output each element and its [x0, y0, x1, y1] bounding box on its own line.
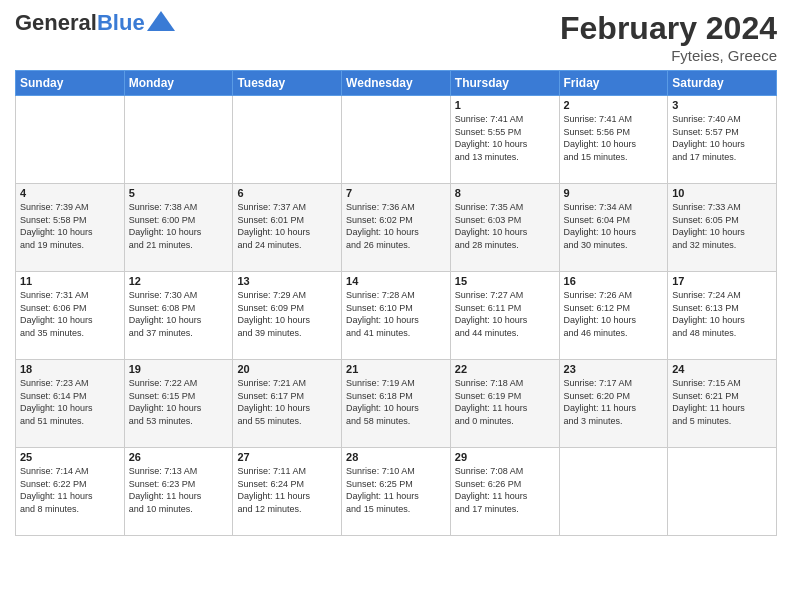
table-row: 23Sunrise: 7:17 AMSunset: 6:20 PMDayligh… [559, 360, 668, 448]
table-row: 13Sunrise: 7:29 AMSunset: 6:09 PMDayligh… [233, 272, 342, 360]
day-info: Sunrise: 7:15 AMSunset: 6:21 PMDaylight:… [672, 377, 772, 427]
table-row: 7Sunrise: 7:36 AMSunset: 6:02 PMDaylight… [342, 184, 451, 272]
day-info: Sunrise: 7:31 AMSunset: 6:06 PMDaylight:… [20, 289, 120, 339]
calendar-page: General Blue February 2024 Fyteies, Gree… [0, 0, 792, 612]
calendar-table: Sunday Monday Tuesday Wednesday Thursday… [15, 70, 777, 536]
day-info: Sunrise: 7:14 AMSunset: 6:22 PMDaylight:… [20, 465, 120, 515]
day-number: 7 [346, 187, 446, 199]
table-row: 18Sunrise: 7:23 AMSunset: 6:14 PMDayligh… [16, 360, 125, 448]
calendar-week-row: 1Sunrise: 7:41 AMSunset: 5:55 PMDaylight… [16, 96, 777, 184]
calendar-week-row: 11Sunrise: 7:31 AMSunset: 6:06 PMDayligh… [16, 272, 777, 360]
table-row: 20Sunrise: 7:21 AMSunset: 6:17 PMDayligh… [233, 360, 342, 448]
table-row: 4Sunrise: 7:39 AMSunset: 5:58 PMDaylight… [16, 184, 125, 272]
table-row: 15Sunrise: 7:27 AMSunset: 6:11 PMDayligh… [450, 272, 559, 360]
day-info: Sunrise: 7:28 AMSunset: 6:10 PMDaylight:… [346, 289, 446, 339]
day-number: 16 [564, 275, 664, 287]
day-number: 29 [455, 451, 555, 463]
table-row: 17Sunrise: 7:24 AMSunset: 6:13 PMDayligh… [668, 272, 777, 360]
day-info: Sunrise: 7:26 AMSunset: 6:12 PMDaylight:… [564, 289, 664, 339]
table-row: 16Sunrise: 7:26 AMSunset: 6:12 PMDayligh… [559, 272, 668, 360]
calendar-subtitle: Fyteies, Greece [560, 47, 777, 64]
table-row: 12Sunrise: 7:30 AMSunset: 6:08 PMDayligh… [124, 272, 233, 360]
table-row: 25Sunrise: 7:14 AMSunset: 6:22 PMDayligh… [16, 448, 125, 536]
table-row: 27Sunrise: 7:11 AMSunset: 6:24 PMDayligh… [233, 448, 342, 536]
table-row: 9Sunrise: 7:34 AMSunset: 6:04 PMDaylight… [559, 184, 668, 272]
day-info: Sunrise: 7:24 AMSunset: 6:13 PMDaylight:… [672, 289, 772, 339]
day-number: 9 [564, 187, 664, 199]
day-info: Sunrise: 7:30 AMSunset: 6:08 PMDaylight:… [129, 289, 229, 339]
col-tuesday: Tuesday [233, 71, 342, 96]
table-row: 5Sunrise: 7:38 AMSunset: 6:00 PMDaylight… [124, 184, 233, 272]
col-friday: Friday [559, 71, 668, 96]
table-row: 1Sunrise: 7:41 AMSunset: 5:55 PMDaylight… [450, 96, 559, 184]
table-row: 21Sunrise: 7:19 AMSunset: 6:18 PMDayligh… [342, 360, 451, 448]
table-row: 6Sunrise: 7:37 AMSunset: 6:01 PMDaylight… [233, 184, 342, 272]
day-info: Sunrise: 7:35 AMSunset: 6:03 PMDaylight:… [455, 201, 555, 251]
table-row: 11Sunrise: 7:31 AMSunset: 6:06 PMDayligh… [16, 272, 125, 360]
day-number: 17 [672, 275, 772, 287]
day-number: 26 [129, 451, 229, 463]
day-info: Sunrise: 7:38 AMSunset: 6:00 PMDaylight:… [129, 201, 229, 251]
day-number: 15 [455, 275, 555, 287]
table-row: 28Sunrise: 7:10 AMSunset: 6:25 PMDayligh… [342, 448, 451, 536]
logo-general: General [15, 10, 97, 36]
day-number: 12 [129, 275, 229, 287]
table-row [559, 448, 668, 536]
day-number: 5 [129, 187, 229, 199]
day-info: Sunrise: 7:10 AMSunset: 6:25 PMDaylight:… [346, 465, 446, 515]
day-number: 20 [237, 363, 337, 375]
logo-icon [147, 11, 175, 31]
svg-marker-0 [147, 11, 175, 31]
table-row [668, 448, 777, 536]
day-info: Sunrise: 7:19 AMSunset: 6:18 PMDaylight:… [346, 377, 446, 427]
day-info: Sunrise: 7:21 AMSunset: 6:17 PMDaylight:… [237, 377, 337, 427]
table-row [233, 96, 342, 184]
calendar-header-row: Sunday Monday Tuesday Wednesday Thursday… [16, 71, 777, 96]
logo: General Blue [15, 10, 175, 36]
day-info: Sunrise: 7:41 AMSunset: 5:55 PMDaylight:… [455, 113, 555, 163]
day-number: 1 [455, 99, 555, 111]
day-number: 22 [455, 363, 555, 375]
calendar-header: General Blue February 2024 Fyteies, Gree… [15, 10, 777, 64]
day-number: 4 [20, 187, 120, 199]
table-row: 14Sunrise: 7:28 AMSunset: 6:10 PMDayligh… [342, 272, 451, 360]
day-info: Sunrise: 7:17 AMSunset: 6:20 PMDaylight:… [564, 377, 664, 427]
day-number: 18 [20, 363, 120, 375]
calendar-week-row: 18Sunrise: 7:23 AMSunset: 6:14 PMDayligh… [16, 360, 777, 448]
day-number: 28 [346, 451, 446, 463]
calendar-title: February 2024 [560, 10, 777, 47]
table-row [16, 96, 125, 184]
day-number: 25 [20, 451, 120, 463]
day-number: 11 [20, 275, 120, 287]
day-number: 23 [564, 363, 664, 375]
day-number: 24 [672, 363, 772, 375]
col-monday: Monday [124, 71, 233, 96]
day-number: 10 [672, 187, 772, 199]
table-row [124, 96, 233, 184]
day-number: 13 [237, 275, 337, 287]
col-sunday: Sunday [16, 71, 125, 96]
col-saturday: Saturday [668, 71, 777, 96]
day-info: Sunrise: 7:11 AMSunset: 6:24 PMDaylight:… [237, 465, 337, 515]
table-row: 8Sunrise: 7:35 AMSunset: 6:03 PMDaylight… [450, 184, 559, 272]
day-info: Sunrise: 7:33 AMSunset: 6:05 PMDaylight:… [672, 201, 772, 251]
col-thursday: Thursday [450, 71, 559, 96]
day-number: 19 [129, 363, 229, 375]
day-info: Sunrise: 7:29 AMSunset: 6:09 PMDaylight:… [237, 289, 337, 339]
table-row: 22Sunrise: 7:18 AMSunset: 6:19 PMDayligh… [450, 360, 559, 448]
day-number: 8 [455, 187, 555, 199]
day-info: Sunrise: 7:36 AMSunset: 6:02 PMDaylight:… [346, 201, 446, 251]
day-number: 2 [564, 99, 664, 111]
day-info: Sunrise: 7:18 AMSunset: 6:19 PMDaylight:… [455, 377, 555, 427]
day-number: 27 [237, 451, 337, 463]
table-row: 24Sunrise: 7:15 AMSunset: 6:21 PMDayligh… [668, 360, 777, 448]
day-info: Sunrise: 7:40 AMSunset: 5:57 PMDaylight:… [672, 113, 772, 163]
table-row [342, 96, 451, 184]
day-info: Sunrise: 7:34 AMSunset: 6:04 PMDaylight:… [564, 201, 664, 251]
table-row: 29Sunrise: 7:08 AMSunset: 6:26 PMDayligh… [450, 448, 559, 536]
day-info: Sunrise: 7:27 AMSunset: 6:11 PMDaylight:… [455, 289, 555, 339]
day-info: Sunrise: 7:13 AMSunset: 6:23 PMDaylight:… [129, 465, 229, 515]
day-number: 21 [346, 363, 446, 375]
title-block: February 2024 Fyteies, Greece [560, 10, 777, 64]
day-number: 6 [237, 187, 337, 199]
